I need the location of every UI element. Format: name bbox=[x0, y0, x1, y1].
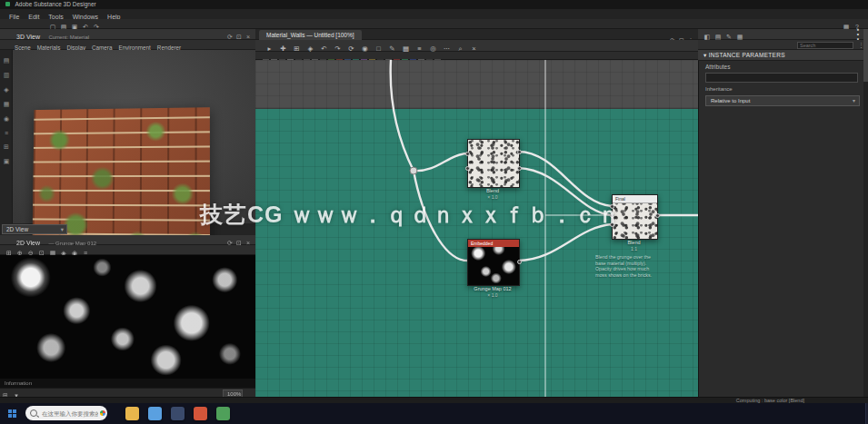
graph-comment-note: Blend the grunge over thebase material (… bbox=[595, 254, 672, 278]
output-port[interactable] bbox=[517, 260, 522, 264]
3d-view-title: 3D View bbox=[16, 34, 40, 40]
window-title: Adobe Substance 3D Designer bbox=[15, 1, 95, 7]
scrollbar-thumb[interactable] bbox=[863, 29, 868, 82]
file-explorer[interactable] bbox=[125, 407, 139, 420]
node-blend[interactable] bbox=[467, 139, 520, 188]
menu-bar: FileEditToolsWindowsHelp bbox=[0, 9, 868, 19]
properties-tab-row: ⋮ bbox=[698, 40, 868, 50]
2d-view-toolbar: ⊞⊕⊖⊡▦◈◉≡ bbox=[0, 245, 255, 255]
shelf-icon[interactable]: ▦ bbox=[0, 101, 13, 108]
2d-viewport-grunge-map[interactable] bbox=[0, 255, 255, 379]
window-titlebar: Adobe Substance 3D Designer bbox=[0, 0, 868, 9]
node-palette-swatches bbox=[255, 52, 698, 60]
properties-header: ◧▤✎▦ ⋮ bbox=[698, 29, 868, 40]
node-grunge-map[interactable]: Embedded bbox=[467, 239, 520, 286]
app-screen: Adobe Substance 3D Designer FileEditTool… bbox=[0, 0, 868, 424]
windows-logo-icon bbox=[8, 409, 16, 418]
node-final-caption: Blend 1:1 bbox=[612, 240, 656, 252]
inheritance-label: Inheritance bbox=[705, 86, 733, 92]
properties-panel bbox=[698, 29, 868, 397]
chevron-down-icon: ▾ bbox=[853, 96, 855, 105]
wire-input bbox=[391, 60, 414, 171]
node-alert-header: Embedded bbox=[468, 240, 519, 247]
input-port[interactable] bbox=[465, 166, 470, 171]
graph-tab[interactable]: Material_Walls — Untitled [100%] bbox=[259, 30, 362, 40]
2d-view-combo-label: 2D View bbox=[6, 226, 28, 232]
wire-dot[interactable] bbox=[410, 167, 417, 174]
browser-edge[interactable] bbox=[148, 407, 162, 420]
inheritance-dropdown[interactable]: Relative to Input ▾ bbox=[705, 95, 860, 106]
input-port[interactable] bbox=[465, 152, 470, 156]
node-header: Final bbox=[613, 195, 657, 203]
graph-icon[interactable]: ◈ bbox=[0, 86, 13, 94]
bake-icon[interactable]: ◉ bbox=[0, 115, 13, 123]
properties-scrollbar[interactable] bbox=[863, 29, 868, 397]
chevron-down-icon: ▾ bbox=[61, 225, 64, 233]
wire-blend-to-final-2 bbox=[518, 168, 612, 215]
2d-view-header: 2D View — Grunge Map 012 ⟳⊡× bbox=[0, 235, 255, 245]
graph-toolbar: ▸✚⊞◈↶↷⟳◉□✎▦≡◎⋯⌕× bbox=[255, 40, 698, 52]
node-grunge-caption: Grunge Map 012 × 1.0 bbox=[460, 286, 525, 299]
explorer-icon[interactable]: ▥ bbox=[0, 72, 13, 79]
wire-to-blend bbox=[414, 153, 467, 171]
node-final-blend[interactable]: Final bbox=[612, 194, 658, 240]
input-port[interactable] bbox=[610, 222, 614, 227]
graph-tab-row: Material_Walls — Untitled [100%] ⟳⊡⋮ bbox=[255, 29, 698, 40]
search-highlights-icon bbox=[100, 410, 105, 416]
node-blend-caption: Blend × 1.0 bbox=[467, 188, 518, 201]
wire-blend-to-final-1 bbox=[518, 152, 612, 206]
input-port[interactable] bbox=[610, 204, 614, 209]
inheritance-value: Relative to Input bbox=[711, 98, 750, 104]
2d-view-info-line: Information bbox=[0, 379, 255, 388]
log-icon[interactable]: ▣ bbox=[0, 158, 13, 165]
3d-view-menus: SceneMaterialsDisplayCameraEnvironmentRe… bbox=[0, 40, 255, 50]
attributes-label: Attributes bbox=[705, 64, 730, 70]
3d-view-header: 3D View Current: Material ⟳⊡× bbox=[0, 29, 255, 40]
left-icon-strip: ▤▥◈▦◉≡⊞▣ bbox=[0, 50, 13, 223]
graph-canvas[interactable]: Blend × 1.0 Embedded Grunge Map 012 × 1.… bbox=[255, 60, 698, 397]
search-icon bbox=[30, 409, 37, 417]
app-red[interactable] bbox=[194, 407, 207, 420]
taskbar-search-box[interactable] bbox=[25, 406, 107, 420]
library-icon[interactable]: ▤ bbox=[0, 57, 13, 64]
taskbar-app-icons bbox=[125, 406, 230, 421]
taskbar-search-input[interactable] bbox=[40, 409, 100, 418]
wire-to-grunge bbox=[414, 171, 467, 261]
start-button[interactable] bbox=[0, 403, 24, 424]
input-port[interactable] bbox=[610, 213, 614, 218]
app-window[interactable] bbox=[171, 407, 185, 420]
instance-parameters-section-header[interactable]: ▾ INSTANCE PARAMETERS bbox=[698, 50, 868, 61]
output-port[interactable] bbox=[655, 213, 660, 218]
output-port[interactable] bbox=[517, 166, 522, 171]
settings-icon[interactable]: ≡ bbox=[0, 130, 13, 136]
plugin-icon[interactable]: ⊞ bbox=[0, 143, 13, 151]
identifier-field[interactable] bbox=[705, 73, 858, 83]
app-logo-icon bbox=[5, 2, 10, 6]
3d-viewport[interactable] bbox=[0, 50, 255, 223]
app-status-bar: Computing : base color [Blend] bbox=[0, 397, 868, 403]
properties-search-input[interactable] bbox=[797, 42, 853, 49]
app-green[interactable] bbox=[216, 407, 230, 420]
2d-view-combo[interactable]: 2D View ▾ bbox=[2, 224, 67, 234]
output-port[interactable] bbox=[517, 150, 522, 154]
comment-line: moss shows on the bricks. bbox=[595, 272, 672, 279]
2d-view-statusbar: 100% ⊞▾ bbox=[0, 388, 255, 397]
